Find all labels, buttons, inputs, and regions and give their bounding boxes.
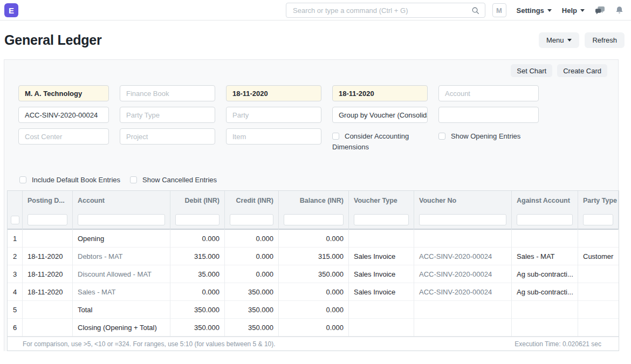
- column-header-debit[interactable]: Debit (INR): [170, 191, 225, 210]
- cell-posting-date[interactable]: 18-11-2020: [23, 265, 73, 283]
- cell-voucher-type[interactable]: Sales Invoice: [349, 265, 414, 283]
- checkbox-icon[interactable]: [19, 176, 26, 183]
- column-filter-input[interactable]: [230, 214, 273, 225]
- column-header-balance[interactable]: Balance (INR): [279, 191, 349, 210]
- set-chart-button[interactable]: Set Chart: [511, 64, 552, 77]
- user-avatar[interactable]: M: [492, 3, 506, 17]
- extra-filter[interactable]: [438, 107, 539, 123]
- column-header-posting-date[interactable]: Posting D...: [23, 191, 73, 210]
- cell-against-account[interactable]: Sales - MAT: [512, 248, 578, 265]
- help-menu[interactable]: Help: [562, 6, 585, 15]
- column-header-against-account[interactable]: Against Account: [512, 191, 578, 210]
- finance-book-filter[interactable]: Finance Book: [120, 85, 215, 101]
- column-filter-input[interactable]: [175, 214, 220, 225]
- show-opening-entries-checkbox[interactable]: Show Opening Entries: [438, 128, 539, 153]
- to-date-filter[interactable]: 18-11-2020: [332, 85, 428, 101]
- cell-against-account[interactable]: [512, 301, 578, 319]
- cell-posting-date[interactable]: [23, 230, 73, 248]
- company-filter[interactable]: M. A. Technology: [18, 85, 109, 101]
- cell-balance[interactable]: 0.000: [279, 230, 349, 248]
- cell-account[interactable]: Sales - MAT: [73, 283, 170, 301]
- column-header-voucher-type[interactable]: Voucher Type: [349, 191, 414, 210]
- cell-debit[interactable]: 0.000: [170, 283, 225, 301]
- column-header-voucher-no[interactable]: Voucher No: [414, 191, 512, 210]
- table-row[interactable]: 1 Opening 0.000 0.000 0.000: [8, 230, 619, 248]
- column-filter-input[interactable]: [284, 214, 344, 225]
- cell-credit[interactable]: 0.000: [225, 265, 279, 283]
- cell-posting-date[interactable]: [23, 319, 73, 336]
- column-filter-input[interactable]: [78, 214, 165, 225]
- column-filter-input[interactable]: [11, 216, 19, 224]
- column-header-account[interactable]: Account: [73, 191, 170, 210]
- cell-debit[interactable]: 350.000: [170, 301, 225, 319]
- show-cancelled-entries-checkbox[interactable]: Show Cancelled Entries: [130, 172, 217, 186]
- cell-voucher-type[interactable]: Sales Invoice: [349, 283, 414, 301]
- group-by-filter[interactable]: Group by Voucher (Consolida: [332, 107, 428, 123]
- include-default-book-entries-checkbox[interactable]: Include Default Book Entries: [19, 172, 120, 186]
- cell-party-type[interactable]: Customer: [578, 248, 619, 265]
- voucher-no-filter[interactable]: ACC-SINV-2020-00024: [18, 107, 109, 123]
- cell-posting-date[interactable]: 18-11-2020: [23, 248, 73, 265]
- settings-menu[interactable]: Settings: [517, 6, 552, 15]
- checkbox-icon[interactable]: [332, 133, 339, 140]
- cell-debit[interactable]: 0.000: [170, 230, 225, 248]
- item-filter[interactable]: Item: [226, 128, 321, 145]
- cell-account[interactable]: Discount Allowed - MAT: [73, 265, 170, 283]
- cell-voucher-no[interactable]: [414, 230, 512, 248]
- cell-balance[interactable]: 315.000: [279, 248, 349, 265]
- table-row[interactable]: 2 18-11-2020 Debtors - MAT 315.000 0.000…: [8, 248, 619, 265]
- from-date-filter[interactable]: 18-11-2020: [226, 85, 321, 101]
- cell-voucher-no[interactable]: ACC-SINV-2020-00024: [414, 283, 512, 301]
- cost-center-filter[interactable]: Cost Center: [18, 128, 109, 145]
- notifications-bell-icon[interactable]: [615, 6, 623, 15]
- cell-account[interactable]: Debtors - MAT: [73, 248, 170, 265]
- cell-voucher-type[interactable]: [349, 319, 414, 336]
- cell-against-account[interactable]: [512, 230, 578, 248]
- project-filter[interactable]: Project: [120, 128, 215, 145]
- cell-voucher-type[interactable]: [349, 230, 414, 248]
- cell-posting-date[interactable]: [23, 301, 73, 319]
- table-row[interactable]: 3 18-11-2020 Discount Allowed - MAT 35.0…: [8, 265, 619, 283]
- table-row[interactable]: 4 18-11-2020 Sales - MAT 0.000 350.000 0…: [8, 283, 619, 301]
- checkbox-icon[interactable]: [438, 133, 445, 140]
- cell-balance[interactable]: 0.000: [279, 283, 349, 301]
- cell-credit[interactable]: 350.000: [225, 301, 279, 319]
- cell-party-type[interactable]: [578, 265, 619, 283]
- column-filter-input[interactable]: [28, 214, 67, 225]
- cell-account[interactable]: Total: [73, 301, 170, 319]
- chat-icon[interactable]: [595, 6, 605, 15]
- column-filter-input[interactable]: [419, 214, 506, 225]
- column-header-party-type[interactable]: Party Type: [578, 191, 619, 210]
- cell-debit[interactable]: 350.000: [170, 319, 225, 336]
- account-filter[interactable]: Account: [438, 85, 539, 101]
- cell-party-type[interactable]: [578, 283, 619, 301]
- refresh-button[interactable]: Refresh: [585, 32, 625, 48]
- cell-party-type[interactable]: [578, 301, 619, 319]
- cell-balance[interactable]: 0.000: [279, 319, 349, 336]
- consider-accounting-dimensions-checkbox[interactable]: Consider Accounting Dimensions: [332, 128, 428, 153]
- app-logo[interactable]: E: [4, 3, 18, 17]
- cell-voucher-type[interactable]: [349, 301, 414, 319]
- cell-party-type[interactable]: [578, 230, 619, 248]
- cell-balance[interactable]: 350.000: [279, 265, 349, 283]
- cell-voucher-no[interactable]: [414, 319, 512, 336]
- cell-debit[interactable]: 315.000: [170, 248, 225, 265]
- cell-credit[interactable]: 0.000: [225, 230, 279, 248]
- cell-balance[interactable]: 0.000: [279, 301, 349, 319]
- cell-against-account[interactable]: Ag sub-contracti...: [512, 283, 578, 301]
- cell-voucher-no[interactable]: [414, 301, 512, 319]
- cell-against-account[interactable]: [512, 319, 578, 336]
- global-search[interactable]: [286, 3, 485, 18]
- create-card-button[interactable]: Create Card: [557, 64, 607, 77]
- cell-voucher-type[interactable]: Sales Invoice: [349, 248, 414, 265]
- menu-button[interactable]: Menu: [539, 32, 580, 48]
- cell-credit[interactable]: 350.000: [225, 283, 279, 301]
- cell-debit[interactable]: 35.000: [170, 265, 225, 283]
- column-header-credit[interactable]: Credit (INR): [225, 191, 279, 210]
- table-row[interactable]: 5 Total 350.000 350.000 0.000: [8, 301, 619, 319]
- cell-posting-date[interactable]: 18-11-2020: [23, 283, 73, 301]
- party-type-filter[interactable]: Party Type: [120, 107, 215, 123]
- column-header-index[interactable]: [8, 191, 23, 210]
- party-filter[interactable]: Party: [226, 107, 321, 123]
- cell-voucher-no[interactable]: ACC-SINV-2020-00024: [414, 265, 512, 283]
